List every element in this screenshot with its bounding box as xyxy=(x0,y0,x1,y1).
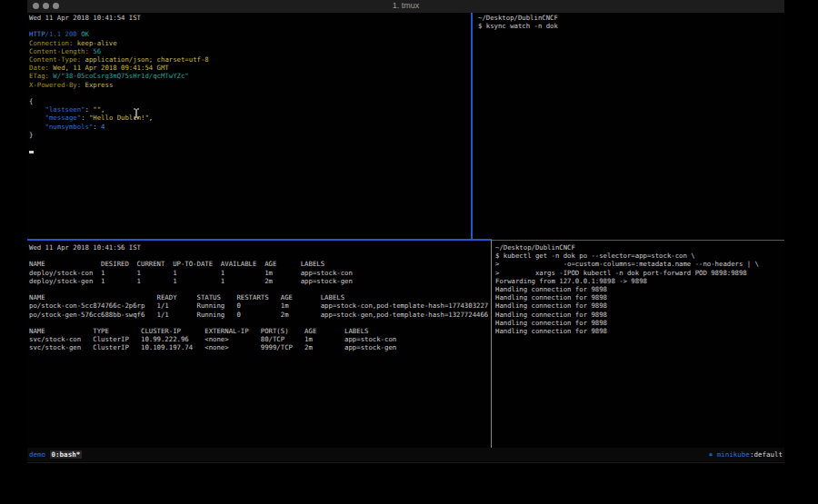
terminal-line: Handling connection for 9898 xyxy=(495,301,784,310)
pane-ksync-watch[interactable]: ~/Desktop/DublinCNCF$ ksync watch -n dok xyxy=(474,13,787,241)
terminal-window: 1. tmux Wed 11 Apr 2018 10:41:54 ISTHTTP… xyxy=(27,0,784,463)
terminal-line: ~/Desktop/DublinCNCF xyxy=(478,14,787,22)
terminal-line: Connection: keep-alive xyxy=(29,39,473,47)
text-cursor-pointer xyxy=(133,108,140,119)
terminal-line: Handling connection for 9898 xyxy=(495,285,784,293)
pane-http-response[interactable]: Wed 11 Apr 2018 10:41:54 ISTHTTP/1.1 200… xyxy=(27,13,473,241)
terminal-line: Handling connection for 9898 xyxy=(495,311,784,319)
terminal-line: po/stock-gen-576cc688bb-swqf6 1/1 Runnin… xyxy=(29,311,492,319)
terminal-line: Handling connection for 9898 xyxy=(495,293,784,301)
kube-context: minikube xyxy=(717,450,750,459)
terminal-line: ETag: W/"38-05coCsrg3mQ75sHr1d/qcMTwYZc" xyxy=(29,72,473,80)
terminal-line: > xargs -IPOD kubectl -n dok port-forwar… xyxy=(495,269,784,277)
pane-divider-vertical-active[interactable] xyxy=(471,13,473,241)
terminal-line: Content-Type: application/json; charset=… xyxy=(29,55,473,64)
window-titlebar[interactable]: 1. tmux xyxy=(27,0,784,14)
terminal-line: Handling connection for 9898 xyxy=(495,327,784,335)
terminal-line: { xyxy=(29,97,473,105)
pane-divider-horizontal-active[interactable] xyxy=(27,239,492,241)
terminal-line: NAME DESIRED CURRENT UP-TO-DATE AVAILABL… xyxy=(29,260,492,268)
terminal-line: X-Powered-By: Express xyxy=(29,81,473,89)
terminal-line: deploy/stock-gen 1 1 1 1 2m app=stock-ge… xyxy=(29,277,492,285)
terminal-line: $ ksync watch -n dok xyxy=(478,22,787,30)
pane-port-forward[interactable]: ~/Desktop/DublinCNCF$ kubectl get -n dok… xyxy=(494,242,784,450)
terminal-line: NAME READY STATUS RESTARTS AGE LABELS xyxy=(29,293,492,301)
terminal-line xyxy=(29,252,492,260)
terminal-line: } xyxy=(29,131,473,139)
status-left: demo 0:bash* xyxy=(29,448,82,461)
terminal-line: po/stock-con-5cc874766c-2p6rp 1/1 Runnin… xyxy=(29,301,492,310)
terminal-line xyxy=(29,319,492,327)
pane-divider-horizontal[interactable] xyxy=(492,240,784,241)
terminal-line xyxy=(29,285,492,293)
kubernetes-helm-icon: ⎈ xyxy=(709,450,717,459)
terminal-line xyxy=(29,139,473,147)
terminal-line: > -o=custom-columns=:metadata.name --no-… xyxy=(495,260,784,268)
status-right: ⎈ minikube:default xyxy=(709,448,783,461)
terminal-line: NAME TYPE CLUSTER-IP EXTERNAL-IP PORT(S)… xyxy=(29,327,492,335)
pane-kubectl-get[interactable]: Wed 11 Apr 2018 10:41:56 ISTNAME DESIRED… xyxy=(27,242,492,450)
window-tab[interactable]: 0:bash* xyxy=(50,450,83,459)
terminal-line: "message": "Hello Dublin!", xyxy=(29,114,473,122)
tmux-session: Wed 11 Apr 2018 10:41:54 ISTHTTP/1.1 200… xyxy=(27,13,784,448)
window-title: 1. tmux xyxy=(27,1,784,10)
terminal-line: "lastseen": "", xyxy=(29,105,473,114)
terminal-line xyxy=(29,89,473,97)
session-name[interactable]: demo xyxy=(29,450,45,459)
kube-namespace: :default xyxy=(750,450,783,459)
terminal-line: Handling connection for 9898 xyxy=(495,319,784,327)
terminal-line xyxy=(29,22,473,30)
terminal-line: ~/Desktop/DublinCNCF xyxy=(495,243,784,252)
terminal-line: $ kubectl get -n dok po --selector=app=s… xyxy=(495,252,784,260)
terminal-line: svc/stock-con ClusterIP 10.99.222.96 <no… xyxy=(29,335,492,343)
terminal-line xyxy=(29,147,473,155)
terminal-line: Forwarding from 127.0.0.1:9898 -> 9898 xyxy=(495,277,784,285)
terminal-line: Wed 11 Apr 2018 10:41:56 IST xyxy=(29,243,492,252)
terminal-line: svc/stock-gen ClusterIP 10.109.197.74 <n… xyxy=(29,343,492,351)
terminal-line: HTTP/1.1 200 OK xyxy=(29,30,473,38)
terminal-line: "numsymbols": 4 xyxy=(29,123,473,131)
desktop: 1. tmux Wed 11 Apr 2018 10:41:54 ISTHTTP… xyxy=(0,0,818,504)
tmux-status-bar: demo 0:bash* ⎈ minikube:default xyxy=(27,448,784,461)
terminal-line: Date: Wed, 11 Apr 2018 09:41:54 GMT xyxy=(29,64,473,72)
terminal-line: Wed 11 Apr 2018 10:41:54 IST xyxy=(29,14,473,22)
terminal-line: Content-Length: 56 xyxy=(29,47,473,55)
terminal-line: deploy/stock-con 1 1 1 1 1m app=stock-co… xyxy=(29,269,492,277)
